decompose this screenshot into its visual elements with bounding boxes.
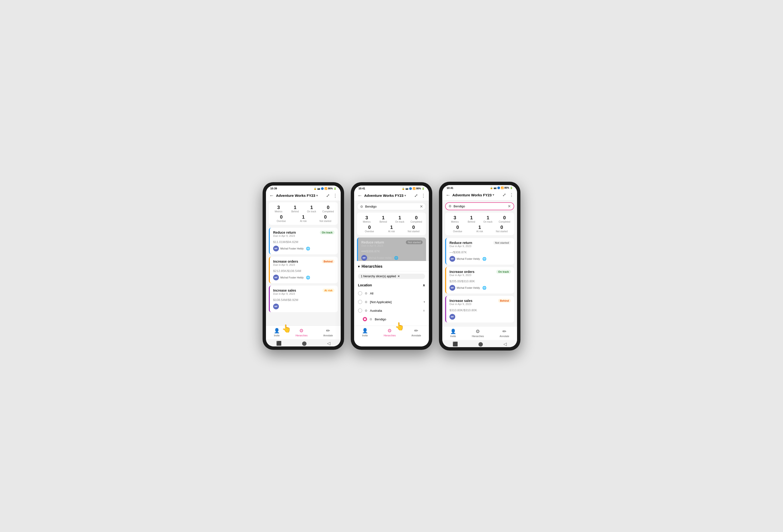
metric-overdue-2[interactable]: 0 Overdue [362,225,377,233]
metric-behind-3[interactable]: 1 Behind [464,215,479,223]
metric-overdue-1[interactable]: 0 Overdue [274,214,288,223]
expand-icon-1[interactable]: ⤢ [326,193,330,198]
metric-behind-1[interactable]: 1 Behind [288,205,302,213]
metric-notstarted-1[interactable]: 0 Not started [318,214,333,223]
back-hard-3[interactable]: ◁ [503,341,507,347]
filter-badge-3[interactable]: ⚙ Bendigo ✕ [445,202,514,210]
back-button-1[interactable]: ← [269,193,274,198]
card-amount-1-0: $11.01M/$94.62M [273,239,335,244]
slicer-badge-close-2[interactable]: ✕ [398,275,400,278]
nav-annotate-2[interactable]: ✏ Annotate [411,328,421,337]
hier-icon-na-2: ⚙ [365,300,368,304]
title-chevron-3[interactable]: ▾ [493,193,494,197]
world-icon-3-0: 🌐 [482,257,487,261]
modal-chevron-2[interactable]: ▾ [358,265,359,268]
world-icon-1-0: 🌐 [306,246,310,251]
slicer-badge-2: 1 hierarchy slicer(s) applied ✕ [358,274,425,279]
back-button-3[interactable]: ← [446,192,450,198]
filter-close-2[interactable]: ✕ [420,204,423,209]
metric-overdue-3[interactable]: 0 Overdue [450,225,465,233]
hier-notapplicable-2[interactable]: ⚙ [Not Applicable] ▾ [354,298,429,306]
nav-annotate-3[interactable]: ✏ Annotate [500,329,509,338]
metric-ontrack-2[interactable]: 1 On track [393,215,407,223]
nav-invite-2[interactable]: 👤 Invite [362,328,368,337]
nav-hierarchies-3[interactable]: ⚙ Hierarchies [472,329,484,338]
metric-ontrack-3[interactable]: 1 On track [481,215,495,223]
location-collapse-2[interactable]: ∧ [422,283,425,287]
radio-notapplicable-2[interactable] [358,300,362,304]
home-bar-3: ⬛ ⬤ ◁ [442,340,517,347]
more-icon-1[interactable]: ⋮ [333,193,337,198]
nav-invite-1[interactable]: 👤 Invite [274,328,280,337]
metric-ontrack-1[interactable]: 1 On track [305,205,319,213]
back-hard-1[interactable]: ◁ [327,341,331,346]
filter-badge-2[interactable]: ⚙ Bendigo ✕ [357,203,426,210]
radio-all-2[interactable] [358,291,362,295]
title-chevron-2[interactable]: ▾ [404,194,406,197]
radio-bendigo-2[interactable] [363,317,367,321]
metrics-grid-3: 3 Metrics 1 Behind 1 On track 0 Complete… [445,212,514,235]
scroll-area-1: Reduce return Due in Apr 9, 2023 On trac… [266,226,341,326]
greyed-owner-2: Michal Foster Heldy [369,257,392,259]
hier-all-2[interactable]: ⚙ All [354,289,429,298]
status-tag-3-1: On track [496,270,511,274]
avatar-1-1: MF [273,275,279,280]
card-reduce-return-3[interactable]: Reduce return Due in Apr 9, 2023 Not sta… [445,238,514,265]
card-reduce-return-1[interactable]: Reduce return Due in Apr 9, 2023 On trac… [269,228,338,254]
recent-btn-3[interactable]: ⬛ [452,341,458,347]
greyed-amount-2: —/$308.87K [361,248,422,254]
metric-metrics-3[interactable]: 3 Metrics [448,215,462,223]
card-increase-sales-1[interactable]: Increase sales Due in Apr 9, 2023 At ris… [269,286,338,312]
expand-icon-2[interactable]: ⤢ [414,193,418,198]
metric-atrisk-3[interactable]: 1 At risk [472,225,487,233]
cursor-1: 👆 [282,324,291,333]
hier-icon-aus-2: ⚙ [365,309,368,312]
metric-metrics-2[interactable]: 3 Metrics [359,215,374,223]
back-button-2[interactable]: ← [357,193,362,198]
title-chevron-1[interactable]: ▾ [316,194,318,197]
header-icons-2: ⤢ ⋮ [414,193,426,198]
app-title-1: Adventure Works FY23 ▾ [276,194,324,198]
status-tag-1-1: Behind [322,260,335,263]
expand-icon-3[interactable]: ⤢ [502,192,506,198]
nav-hierarchies-1[interactable]: ⚙ Hierarchies [295,328,308,337]
metric-behind-2[interactable]: 1 Behind [376,215,390,223]
metric-metrics-1[interactable]: 3 Metrics [272,205,286,213]
metric-notstarted-3[interactable]: 0 Not started [495,225,509,233]
hier-icon-bendigo-2: ⚙ [370,318,372,321]
more-icon-3[interactable]: ⋮ [509,192,514,198]
metric-completed-3[interactable]: 0 Completed [497,215,512,223]
metric-notstarted-2[interactable]: 0 Not started [406,225,421,233]
status-icons-1: 🔒📷🔵📶86%🔋 [314,187,336,190]
hier-bendigo-2[interactable]: ⚙ Bendigo [354,315,429,324]
card-amount-1-2: $108.54M/$8.92M [273,297,335,302]
card-increase-sales-3[interactable]: Increase sales Due in Apr 9, 2023 Behind… [445,296,514,323]
recent-btn-1[interactable]: ⬛ [276,341,282,346]
nav-annotate-1[interactable]: ✏ Annotate [323,328,333,337]
card-increase-orders-3[interactable]: Increase orders Due in Apr 9, 2023 On tr… [445,267,514,294]
hier-australia-2[interactable]: ⚙ Australia ∧ [354,306,429,315]
radio-australia-2[interactable] [358,308,362,313]
modal-header-2: ▾ Hierarchies [354,261,429,271]
nav-invite-3[interactable]: 👤 Invite [450,329,456,338]
home-btn-3[interactable]: ⬤ [478,341,483,347]
greyed-due-2: Due in Apr 9, 2023 [361,244,384,247]
nav-hierarchies-2[interactable]: ⚙ Hierarchies [384,328,396,337]
time-1: 10:39 [270,187,277,190]
hier-chevron-aus-2[interactable]: ∧ [423,309,425,312]
metric-atrisk-2[interactable]: 1 At risk [384,225,399,233]
home-btn-1[interactable]: ⬤ [302,341,307,346]
hier-chevron-na-2[interactable]: ▾ [424,300,425,304]
metric-completed-2[interactable]: 0 Completed [409,215,424,223]
greyed-card-2: Reduce return Due in Apr 9, 2023 Not sta… [357,237,426,264]
greyed-title-2: Reduce return [361,240,384,244]
metric-atrisk-1[interactable]: 1 At risk [296,214,311,223]
card-increase-orders-1[interactable]: Increase orders Due in Apr 9, 2023 Behin… [269,257,338,283]
status-tag-3-2: Behind [498,299,511,303]
time-3: 10:41 [447,187,453,189]
more-icon-2[interactable]: ⋮ [421,193,426,198]
metric-completed-1[interactable]: 0 Completed [321,205,336,213]
filter-close-3[interactable]: ✕ [508,204,511,208]
app-title-2: Adventure Works FY23 ▾ [364,194,412,198]
app-title-3: Adventure Works FY23 ▾ [452,193,501,197]
